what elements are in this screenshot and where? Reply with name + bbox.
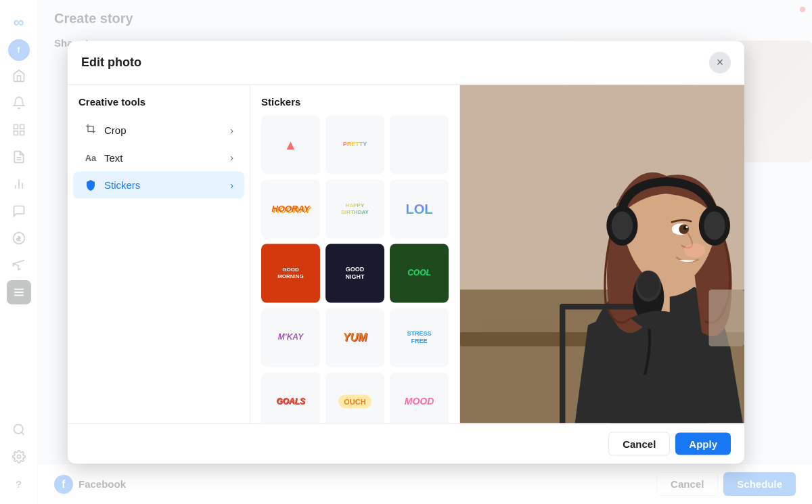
tool-item-crop[interactable]: Crop › [73,116,244,143]
crop-icon [84,123,97,137]
svg-rect-33 [560,304,645,309]
stickers-grid: ▲ PRETTY HOORAY HAPPYBIRTHDAY [261,115,449,423]
sticker-stressfree-text: STRESSFREE [404,327,434,348]
tool-item-text[interactable]: Aa Text › [73,145,244,170]
tools-panel: Creative tools Crop › [68,85,250,423]
svg-point-29 [612,211,633,239]
modal-body: Creative tools Crop › [68,85,744,423]
svg-rect-38 [709,290,745,346]
apply-button[interactable]: Apply [675,432,731,455]
cancel-button[interactable]: Cancel [608,432,670,455]
sticker-cool[interactable]: COOL [390,244,449,302]
crop-chevron: › [230,124,233,135]
sticker-goodnight-text: GOODNIGHT [343,263,367,283]
sticker-stressfree[interactable]: STRESSFREE [390,308,449,367]
edit-photo-modal: Edit photo × Creative tools [68,41,744,463]
text-label: Text [104,152,223,163]
sticker-yum[interactable]: YUM [325,308,384,367]
stickers-title: Stickers [261,95,449,107]
background-page: ∞ f [0,0,812,504]
modal-container: Edit photo × Creative tools [68,41,744,463]
sticker-gradient1[interactable]: PRETTY [325,115,384,174]
sticker-goodnight[interactable]: GOODNIGHT [325,244,384,302]
svg-point-26 [685,226,687,228]
stickers-icon [84,178,97,191]
sticker-hooray-text: HOORAY [269,201,312,216]
sticker-gradient1-text: PRETTY [340,139,370,151]
sticker-happybirthday[interactable]: HAPPYBIRTHDAY [325,179,384,238]
modal-close-button[interactable]: × [709,51,731,73]
stickers-label: Stickers [104,179,223,191]
modal-header: Edit photo × [68,41,744,85]
sticker-lol[interactable]: LOL [390,179,449,238]
stickers-panel: Stickers ▲ PRETTY HOORAY [250,85,460,423]
sticker-mood-text: MOOD [402,394,437,409]
svg-rect-37 [482,318,553,332]
creative-tools-title: Creative tools [68,95,250,115]
tool-item-stickers[interactable]: Stickers › [73,171,244,198]
sticker-top1[interactable]: ▲ [261,115,320,174]
sticker-mood[interactable]: MOOD [390,372,449,423]
sticker-placeholder[interactable] [390,115,449,174]
sticker-mkay[interactable]: M'KAY [261,308,320,367]
sticker-goals[interactable]: GOALS [261,372,320,423]
sticker-mkay-text: M'KAY [275,330,306,344]
sticker-hooray[interactable]: HOORAY [261,179,320,238]
sticker-goodmorning[interactable]: GOODMORNING [261,244,320,302]
sticker-happybirthday-text: HAPPYBIRTHDAY [338,200,371,218]
preview-panel [460,85,744,423]
sticker-top1-text: ▲ [281,135,300,155]
preview-image [460,85,744,423]
text-chevron: › [230,152,233,163]
sticker-ouch-text: OUCH [338,394,371,408]
svg-rect-16 [88,126,93,131]
sticker-yum-text: YUM [340,329,370,346]
sticker-goals-text: GOALS [273,394,308,409]
sticker-ouch[interactable]: OUCH [325,372,384,423]
modal-title: Edit photo [81,55,141,70]
svg-point-31 [704,211,725,239]
svg-rect-32 [560,304,565,423]
sticker-cool-text: COOL [405,266,434,280]
svg-point-36 [638,271,660,298]
stickers-chevron: › [230,179,233,190]
svg-point-27 [684,243,706,257]
text-icon: Aa [84,152,97,162]
sticker-goodmorning-text: GOODMORNING [275,264,307,282]
modal-footer: Cancel Apply [68,423,744,463]
crop-label: Crop [104,124,223,136]
sticker-lol-text: LOL [403,199,436,219]
